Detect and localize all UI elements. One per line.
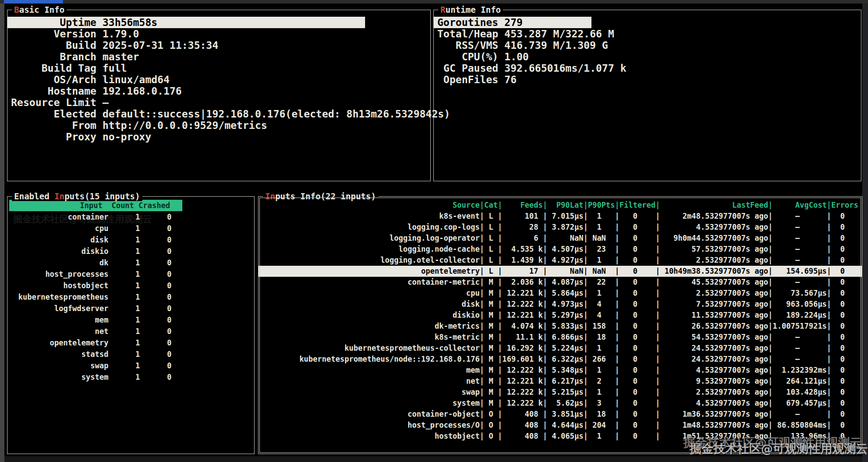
table-row[interactable]: opentelemetry| L | 17 | NaN| NaN | 0 | 1… bbox=[259, 266, 862, 277]
table-row[interactable]: host_processes 1 0 bbox=[7, 268, 254, 280]
panel-enabled-inputs-title: Enabled Inputs(15 inputs) bbox=[12, 191, 142, 201]
info-row[interactable]: Total/Heap 453.287 M/322.66 M bbox=[437, 28, 858, 40]
table-row[interactable]: kubernetesprometheus-collector| M | 16.2… bbox=[259, 343, 862, 354]
table-row[interactable]: cpu| M | 12.221 k| 5.864µs| 1 | 0 | 2.53… bbox=[259, 288, 862, 299]
table-row[interactable]: swap| M | 12.222 k| 5.215µs| 1 | 0 | 2.5… bbox=[259, 387, 862, 398]
panel-basic-info: Basic Info Uptime 33h56m58s Version 1.79… bbox=[7, 10, 431, 181]
table-row[interactable]: net| M | 12.221 k| 6.217µs| 2 | 0 | 9.53… bbox=[259, 376, 862, 387]
basic-info-rows: Uptime 33h56m58s Version 1.79.0 Build 20… bbox=[7, 10, 430, 143]
panel-runtime-info: Runtime Info Goroutines 279Total/Heap 45… bbox=[433, 10, 861, 181]
table-row[interactable]: system| M | 12.222 k| 5.62µs| 3 | 0 | 4.… bbox=[259, 398, 862, 409]
table-row[interactable]: dk 1 0 bbox=[7, 257, 254, 268]
window-right-edge bbox=[862, 4, 868, 462]
table-row[interactable]: logging.node-cache| L | 4.535 k| 4.507µs… bbox=[259, 244, 862, 255]
panel-basic-info-title: Basic Info bbox=[12, 5, 66, 15]
table-row[interactable]: kubernetesprometheus/node::192.168.0.176… bbox=[259, 354, 862, 365]
info-row[interactable]: Resource Limit – bbox=[11, 97, 428, 108]
table-row[interactable]: host_processes/O| O | 408 | 4.644µs| 204… bbox=[259, 420, 862, 431]
table-row[interactable]: k8s-event| L | 101 | 7.015µs| 1 | 0 | 2m… bbox=[259, 211, 862, 222]
enabled-inputs-table: Input Count Crashed container 1 0 cpu 1 … bbox=[7, 197, 254, 383]
table-row[interactable]: system 1 0 bbox=[7, 371, 254, 383]
inputs-info-table: Source|Cat| Feeds| P90Lat|P90Pts|Filtere… bbox=[259, 197, 862, 442]
window-left-edge bbox=[0, 4, 4, 462]
table-row[interactable]: statsd 1 0 bbox=[7, 348, 254, 360]
table-row[interactable]: mem| M | 12.222 k| 5.348µs| 1 | 0 | 4.53… bbox=[259, 365, 862, 376]
table-row[interactable]: diskio 1 0 bbox=[7, 246, 254, 257]
table-row[interactable]: container 1 0 bbox=[7, 211, 254, 223]
table-row[interactable]: logging.log-operator| L | 6 | NaN| NaN |… bbox=[259, 233, 862, 244]
table-row[interactable]: disk 1 0 bbox=[7, 234, 254, 246]
table-row[interactable]: opentelemetry 1 0 bbox=[7, 337, 254, 348]
info-row[interactable]: Hostname 192.168.0.176 bbox=[11, 85, 428, 97]
info-row[interactable]: Elected default::success|192.168.0.176(e… bbox=[11, 108, 428, 120]
info-row[interactable]: OpenFiles 76 bbox=[437, 74, 858, 85]
panel-inputs-info-title: Inputs Info(22 inputs) bbox=[263, 191, 378, 201]
info-row[interactable]: Branch master bbox=[11, 51, 428, 62]
table-row[interactable]: diskio| M | 12.221 k| 5.297µs| 4 | 0 | 1… bbox=[259, 310, 862, 321]
info-row[interactable]: RSS/VMS 416.739 M/1.309 G bbox=[437, 40, 858, 51]
table-row[interactable]: cpu 1 0 bbox=[7, 223, 254, 234]
table-row[interactable]: container-metric| M | 2.036 k| 4.087µs| … bbox=[259, 277, 862, 288]
inputs-info-header: Source|Cat| Feeds| P90Lat|P90Pts|Filtere… bbox=[259, 200, 862, 211]
table-row[interactable]: disk| M | 12.222 k| 4.973µs| 4 | 0 | 7.5… bbox=[259, 299, 862, 310]
table-row[interactable]: hostobject| O | 408 | 4.065µs| 1 | 0 | 1… bbox=[259, 431, 862, 442]
table-row[interactable]: kubernetesprometheus 1 0 bbox=[7, 291, 254, 303]
info-row[interactable]: From http://0.0.0.0:9529/metrics bbox=[11, 120, 428, 131]
info-row[interactable]: CPU(%) 1.00 bbox=[437, 51, 858, 62]
runtime-info-rows: Goroutines 279Total/Heap 453.287 M/322.6… bbox=[434, 10, 861, 85]
table-row[interactable]: k8s-metric| M | 11.1 k| 6.866µs| 18 | 0 … bbox=[259, 332, 862, 343]
table-row[interactable]: logfwdserver 1 0 bbox=[7, 303, 254, 314]
table-row[interactable]: swap 1 0 bbox=[7, 360, 254, 371]
info-row[interactable]: Proxy no-proxy bbox=[11, 131, 428, 143]
table-row[interactable]: logging.otel-collector| L | 1.439 k| 4.9… bbox=[259, 255, 862, 266]
info-row[interactable]: Uptime 33h56m58s bbox=[11, 17, 428, 28]
info-row[interactable]: OS/Arch linux/amd64 bbox=[11, 74, 428, 85]
table-row[interactable]: container-object| O | 408 | 3.851µs| 18 … bbox=[259, 409, 862, 420]
table-row[interactable]: mem 1 0 bbox=[7, 314, 254, 326]
table-row[interactable]: logging.cop-logs| L | 28 | 3.872µs| 1 | … bbox=[259, 222, 862, 233]
panel-runtime-info-title: Runtime Info bbox=[438, 5, 503, 15]
info-row[interactable]: Goroutines 279 bbox=[437, 17, 858, 28]
window-bottom-edge bbox=[4, 456, 862, 462]
panel-inputs-info: Inputs Info(22 inputs) Source|Cat| Feeds… bbox=[258, 196, 862, 454]
enabled-inputs-header: Input Count Crashed bbox=[7, 200, 254, 211]
info-row[interactable]: Build 2025-07-31 11:35:34 bbox=[11, 40, 428, 51]
table-row[interactable]: dk-metrics| M | 4.074 k| 5.833µs| 158 | … bbox=[259, 321, 862, 332]
panel-enabled-inputs: Enabled Inputs(15 inputs) Input Count Cr… bbox=[7, 196, 255, 454]
info-row[interactable]: GC Paused 392.665016ms/1.077 k bbox=[437, 62, 858, 74]
enabled-inputs-header-bar: Input Count Crashed bbox=[9, 200, 182, 211]
info-row[interactable]: Version 1.79.0 bbox=[11, 28, 428, 40]
window-tab-accent-bar bbox=[4, 0, 63, 4]
table-row[interactable]: net 1 0 bbox=[7, 326, 254, 337]
table-row[interactable]: hostobject 1 0 bbox=[7, 280, 254, 291]
info-row[interactable]: Build Tag full bbox=[11, 62, 428, 74]
window-top-bar bbox=[0, 0, 868, 4]
